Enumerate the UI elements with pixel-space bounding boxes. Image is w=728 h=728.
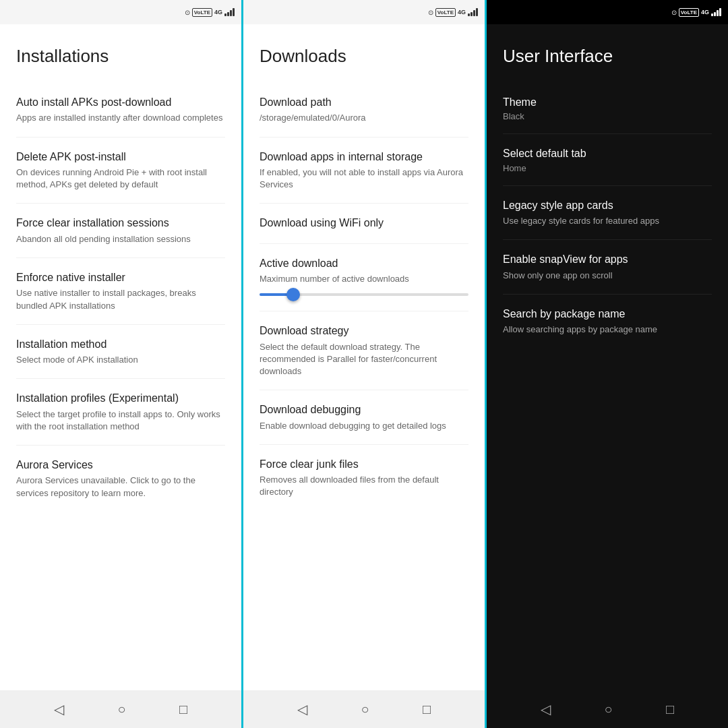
setting-install-method[interactable]: Installation method Select mode of APK i…: [16, 325, 225, 380]
volte-badge-3: VoLTE: [679, 8, 699, 17]
network-badge-1: 4G: [214, 9, 222, 16]
installations-content[interactable]: Auto install APKs post-download Apps are…: [0, 83, 241, 690]
ui-panel: User Interface Theme Black Select defaul…: [487, 24, 728, 690]
bar4: [233, 8, 235, 16]
setting-download-path-title: Download path: [260, 95, 468, 110]
installations-panel: Installations Auto install APKs post-dow…: [0, 24, 241, 690]
setting-active-download-desc: Maximum number of active downloads: [260, 273, 468, 285]
volte-badge-1: VoLTE: [192, 8, 212, 17]
status-bar-panel-3: ⊙ VoLTE 4G: [487, 0, 728, 24]
bar2: [227, 12, 229, 16]
slider-track: [260, 293, 468, 296]
setting-aurora-services[interactable]: Aurora Services Aurora Services unavaila…: [16, 446, 225, 512]
home-button-1[interactable]: ○: [117, 702, 125, 717]
ui-content[interactable]: Theme Black Select default tab Home Lega…: [487, 83, 728, 690]
downloads-panel: Downloads Download path /storage/emulate…: [243, 24, 485, 690]
bar2c: [714, 12, 716, 16]
signal-bars-3: [711, 8, 721, 16]
setting-force-clear-junk[interactable]: Force clear junk files Removes all downl…: [260, 445, 468, 511]
slider-thumb[interactable]: [286, 288, 300, 301]
wifi-icon-2: ⊙: [428, 9, 433, 16]
installations-title: Installations: [0, 24, 241, 83]
setting-force-clear-title: Force clear installation sessions: [16, 216, 225, 231]
back-button-2[interactable]: ◁: [297, 701, 307, 717]
bar3c: [717, 10, 719, 16]
setting-wifi-only[interactable]: Download using WiFi only: [260, 204, 468, 243]
setting-internal-storage-title: Download apps in internal storage: [260, 150, 468, 164]
recent-button-1[interactable]: □: [179, 702, 187, 717]
setting-install-method-title: Installation method: [16, 337, 225, 352]
setting-legacy-cards-title: Legacy style app cards: [503, 198, 712, 213]
wifi-icon-3: ⊙: [671, 9, 677, 16]
setting-snapview-title: Enable snapView for apps: [503, 252, 712, 267]
setting-download-strategy-desc: Select the default download strategy. Th…: [260, 341, 468, 378]
setting-aurora-services-desc: Aurora Services unavailable. Click to go…: [16, 475, 225, 499]
status-icons-2: ⊙ VoLTE 4G: [428, 8, 478, 17]
setting-enforce-native[interactable]: Enforce native installer Use native inst…: [16, 258, 225, 325]
setting-wifi-only-title: Download using WiFi only: [260, 216, 468, 231]
setting-auto-install[interactable]: Auto install APKs post-download Apps are…: [16, 83, 225, 138]
back-button-1[interactable]: ◁: [54, 701, 64, 717]
setting-theme[interactable]: Theme Black: [503, 83, 712, 134]
setting-download-path[interactable]: Download path /storage/emulated/0/Aurora: [260, 83, 468, 138]
main-panels: Installations Auto install APKs post-dow…: [0, 24, 728, 690]
setting-default-tab-title: Select default tab: [503, 146, 712, 161]
status-icons-3: ⊙ VoLTE 4G: [671, 8, 721, 17]
setting-legacy-cards-desc: Use legacy style cards for featured apps: [503, 215, 712, 227]
bar2b: [471, 12, 473, 16]
setting-enforce-native-desc: Use native installer to install packages…: [16, 287, 225, 311]
setting-search-package-desc: Allow searching apps by package name: [503, 324, 712, 336]
setting-download-strategy[interactable]: Download strategy Select the default dow…: [260, 311, 468, 390]
nav-bar-3: ◁ ○ □: [487, 690, 728, 728]
downloads-content[interactable]: Download path /storage/emulated/0/Aurora…: [243, 83, 485, 690]
setting-internal-storage[interactable]: Download apps in internal storage If ena…: [260, 138, 468, 204]
home-button-3[interactable]: ○: [604, 702, 612, 717]
setting-default-tab[interactable]: Select default tab Home: [503, 134, 712, 185]
setting-internal-storage-desc: If enabled, you will not able to install…: [260, 166, 468, 191]
setting-install-profiles[interactable]: Installation profiles (Experimental) Sel…: [16, 379, 225, 446]
downloads-title: Downloads: [243, 24, 485, 83]
setting-search-package[interactable]: Search by package name Allow searching a…: [503, 295, 712, 348]
recent-button-3[interactable]: □: [666, 702, 674, 717]
setting-legacy-cards[interactable]: Legacy style app cards Use legacy style …: [503, 186, 712, 241]
setting-theme-value: Black: [503, 111, 712, 121]
setting-install-profiles-desc: Select the target profile to install app…: [16, 408, 225, 433]
wifi-icon-1: ⊙: [185, 9, 190, 16]
ui-title: User Interface: [487, 24, 728, 83]
status-icons-1: ⊙ VoLTE 4G: [185, 8, 235, 17]
setting-active-download[interactable]: Active download Maximum number of active…: [260, 244, 468, 312]
setting-enforce-native-title: Enforce native installer: [16, 270, 225, 285]
signal-bars-2: [468, 8, 478, 16]
bar1: [224, 13, 226, 16]
setting-force-clear-junk-title: Force clear junk files: [260, 457, 468, 472]
setting-delete-apk-desc: On devices running Android Pie + with ro…: [16, 166, 225, 191]
setting-snapview[interactable]: Enable snapView for apps Show only one a…: [503, 240, 712, 295]
home-button-2[interactable]: ○: [361, 702, 369, 717]
status-bar-panel-2: ⊙ VoLTE 4G: [243, 0, 485, 24]
setting-download-path-desc: /storage/emulated/0/Aurora: [260, 112, 468, 124]
recent-button-2[interactable]: □: [423, 702, 431, 717]
setting-search-package-title: Search by package name: [503, 307, 712, 322]
back-button-3[interactable]: ◁: [541, 701, 551, 717]
setting-delete-apk[interactable]: Delete APK post-install On devices runni…: [16, 138, 225, 204]
active-download-slider-container[interactable]: [260, 291, 468, 299]
setting-download-debugging[interactable]: Download debugging Enable download debug…: [260, 390, 468, 445]
setting-force-clear-desc: Abandon all old pending installation ses…: [16, 233, 225, 245]
setting-install-profiles-title: Installation profiles (Experimental): [16, 391, 225, 406]
setting-install-method-desc: Select mode of APK installation: [16, 354, 225, 366]
setting-force-clear[interactable]: Force clear installation sessions Abando…: [16, 204, 225, 258]
setting-delete-apk-title: Delete APK post-install: [16, 150, 225, 164]
nav-bars: ◁ ○ □ ◁ ○ □ ◁ ○ □: [0, 690, 728, 728]
bar3: [230, 10, 232, 16]
setting-theme-title: Theme: [503, 95, 712, 110]
setting-download-strategy-title: Download strategy: [260, 324, 468, 338]
setting-download-debugging-title: Download debugging: [260, 402, 468, 417]
network-badge-3: 4G: [701, 9, 709, 16]
nav-bar-1: ◁ ○ □: [0, 690, 241, 728]
status-bar: ⊙ VoLTE 4G ⊙ VoLTE 4G ⊙: [0, 0, 728, 24]
bar1b: [468, 13, 470, 16]
setting-default-tab-value: Home: [503, 163, 712, 173]
bar3b: [473, 10, 475, 16]
network-badge-2: 4G: [458, 9, 466, 16]
bar4b: [476, 8, 478, 16]
